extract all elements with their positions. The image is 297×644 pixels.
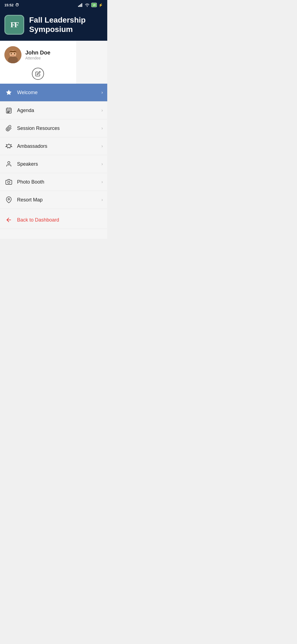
ambassadors-icon [4, 142, 13, 151]
pocket-casts-icon: ⏱ [15, 3, 19, 7]
svg-rect-3 [81, 3, 82, 7]
status-bar: 15:52 ⏱ 18 ⚡ [0, 0, 107, 10]
charging-icon: ⚡ [98, 3, 103, 7]
svg-point-18 [7, 112, 8, 113]
user-role: Attendee [25, 56, 50, 60]
chevron-right-icon: › [101, 126, 103, 131]
status-left: 15:52 ⏱ [4, 3, 19, 7]
svg-point-21 [8, 181, 10, 183]
user-row: John Doe Attendee [4, 46, 50, 63]
ambassadors-label: Ambassadors [17, 143, 101, 149]
nav-list: Welcome › [0, 84, 107, 229]
chevron-right-icon: › [101, 179, 103, 184]
resort-map-label: Resort Map [17, 197, 101, 203]
svg-rect-1 [79, 5, 80, 7]
user-name: John Doe [25, 50, 50, 56]
camera-icon [4, 178, 13, 186]
back-arrow-icon [4, 215, 13, 224]
app-header: FF Fall Leadership Symposium [0, 10, 107, 41]
svg-point-19 [9, 112, 9, 113]
main-content: John Doe Attendee [0, 41, 107, 239]
edit-btn-row [0, 68, 76, 84]
map-pin-icon [4, 195, 13, 204]
app-logo: FF [4, 15, 24, 35]
sidebar-item-welcome[interactable]: Welcome › [0, 84, 107, 102]
sidebar-item-ambassadors[interactable]: Ambassadors › [0, 137, 107, 155]
svg-point-16 [9, 111, 9, 111]
svg-rect-0 [78, 6, 79, 7]
star-icon [4, 88, 13, 97]
photo-booth-label: Photo Booth [17, 179, 101, 185]
user-profile: John Doe Attendee [0, 41, 76, 68]
agenda-icon [4, 106, 13, 115]
chevron-right-icon: › [101, 90, 103, 95]
sidebar-item-resort-map[interactable]: Resort Map › [0, 191, 107, 209]
user-info: John Doe Attendee [25, 50, 50, 60]
time: 15:52 [4, 3, 13, 7]
avatar [4, 46, 21, 63]
person-icon [4, 160, 13, 168]
svg-point-17 [10, 111, 10, 111]
sidebar-item-back[interactable]: Back to Dashboard [0, 211, 107, 229]
logo-text: FF [10, 20, 18, 29]
signal-icon [78, 3, 83, 7]
back-dashboard-label: Back to Dashboard [17, 217, 103, 223]
wifi-icon [85, 3, 90, 7]
sidebar-item-session-resources[interactable]: Session Resources › [0, 119, 107, 137]
speakers-label: Speakers [17, 161, 101, 167]
app-title: Fall Leadership Symposium [29, 15, 86, 34]
chevron-right-icon: › [101, 144, 103, 149]
chevron-right-icon: › [101, 108, 103, 113]
svg-point-9 [14, 53, 15, 54]
svg-point-20 [8, 162, 10, 164]
chevron-right-icon: › [101, 197, 103, 202]
svg-rect-2 [80, 4, 81, 7]
sidebar-item-photo-booth[interactable]: Photo Booth › [0, 173, 107, 191]
sidebar-item-agenda[interactable]: Agenda › [0, 102, 107, 119]
sidebar-item-speakers[interactable]: Speakers › [0, 155, 107, 173]
chevron-right-icon: › [101, 162, 103, 167]
sidebar: John Doe Attendee [0, 41, 107, 239]
session-resources-label: Session Resources [17, 125, 101, 131]
paperclip-icon [4, 124, 13, 133]
edit-profile-button[interactable] [32, 68, 44, 80]
svg-marker-10 [6, 90, 12, 95]
svg-point-15 [7, 111, 8, 111]
agenda-label: Agenda [17, 108, 101, 113]
welcome-label: Welcome [17, 90, 101, 95]
svg-point-8 [11, 53, 12, 54]
status-right: 18 ⚡ [78, 3, 103, 7]
svg-point-22 [8, 198, 10, 200]
battery-icon: 18 [91, 3, 97, 7]
